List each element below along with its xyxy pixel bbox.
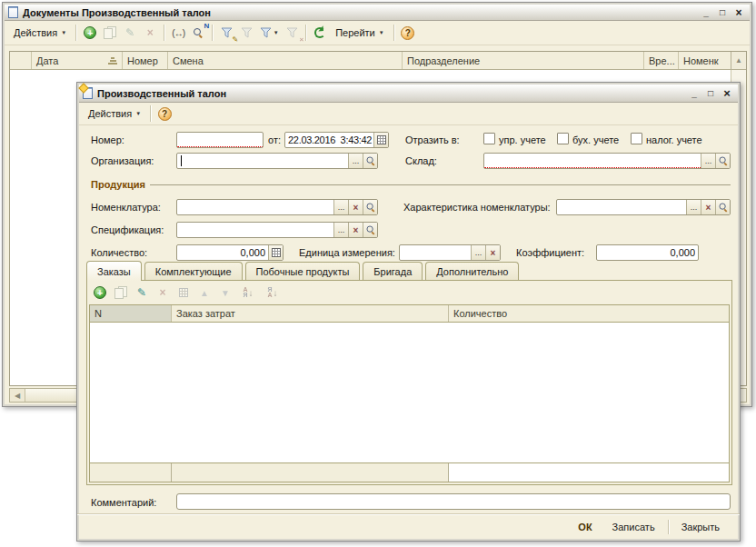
grid-column-cost-order[interactable]: Заказ затрат	[172, 305, 449, 322]
scrollbar-left-button[interactable]: ◀	[10, 389, 25, 402]
specification-select-button[interactable]: ...	[333, 223, 348, 237]
characteristic-select-button[interactable]: ...	[686, 200, 701, 214]
specification-open-button[interactable]	[363, 223, 377, 237]
dialog-actions-menu-button[interactable]: Действия ▼	[84, 106, 145, 121]
calendar-button[interactable]	[373, 133, 388, 147]
characteristic-input[interactable]	[557, 200, 686, 214]
number-field[interactable]	[176, 132, 264, 148]
clear-filter-button[interactable]: ×	[283, 24, 301, 42]
unit-input[interactable]	[400, 245, 471, 260]
calculator-button[interactable]	[268, 245, 283, 260]
grid-sort-descending-button[interactable]: ЯА ↓	[262, 283, 284, 302]
actions-menu-button[interactable]: Действия ▼	[9, 25, 71, 40]
organization-input[interactable]	[177, 154, 348, 168]
characteristic-open-button[interactable]	[715, 200, 730, 214]
unit-select-button[interactable]: ...	[471, 245, 485, 260]
filter-settings-button[interactable]: ✎	[217, 24, 235, 42]
column-header-nomenclature[interactable]: Номенк	[679, 52, 731, 69]
warehouse-input[interactable]	[484, 154, 701, 168]
nomenclature-select-button[interactable]: ...	[333, 200, 348, 214]
column-header-shift[interactable]: Смена	[168, 52, 403, 69]
goto-menu-button[interactable]: Перейти ▼	[331, 25, 389, 40]
checkbox-tax-accounting[interactable]	[631, 133, 642, 144]
nomenclature-input[interactable]	[177, 200, 333, 214]
grid-column-n[interactable]: N	[90, 305, 172, 322]
dialog-help-button[interactable]: ?	[155, 104, 174, 123]
date-field[interactable]	[284, 132, 389, 148]
column-header-number[interactable]: Номер	[123, 52, 168, 69]
number-input[interactable]	[177, 133, 263, 147]
minimize-button[interactable]: _	[699, 6, 713, 19]
date-input[interactable]	[285, 133, 373, 147]
tab-brigade[interactable]: Бригада	[363, 262, 423, 280]
nomenclature-open-button[interactable]	[363, 200, 377, 214]
specification-field[interactable]: ... ×	[176, 222, 378, 238]
grid-delete-button[interactable]: ×	[154, 283, 172, 302]
quantity-input[interactable]	[177, 245, 268, 260]
set-date-interval-button[interactable]: (↔)	[169, 24, 187, 42]
tab-byproducts[interactable]: Побочные продукты	[245, 262, 361, 280]
specification-clear-button[interactable]: ×	[348, 223, 363, 237]
column-header-date[interactable]: Дата	[32, 52, 123, 69]
find-by-number-button[interactable]: N	[189, 24, 207, 42]
grid-column-quantity[interactable]: Количество	[449, 305, 729, 322]
comment-input[interactable]	[177, 494, 730, 509]
comment-field[interactable]	[176, 493, 731, 510]
characteristic-clear-button[interactable]: ×	[701, 200, 715, 214]
dropdown-icon: ▼	[274, 30, 279, 35]
checkbox-management-accounting[interactable]	[483, 133, 495, 144]
column-header-time[interactable]: Вре...	[644, 52, 679, 69]
dialog-titlebar[interactable]: Производственный талон _ □ ×	[79, 85, 738, 103]
close-button[interactable]: ×	[731, 6, 746, 19]
coefficient-input[interactable]	[597, 245, 698, 260]
organization-open-button[interactable]	[363, 154, 377, 168]
nomenclature-label: Номенклатура:	[91, 202, 161, 213]
grid-body[interactable]	[90, 323, 729, 462]
nomenclature-clear-button[interactable]: ×	[348, 200, 363, 214]
organization-select-button[interactable]: ...	[348, 154, 363, 168]
tab-additional[interactable]: Дополнительно	[425, 262, 519, 280]
journal-titlebar[interactable]: Документы Производственный талон _ □ ×	[5, 5, 750, 21]
unit-clear-button[interactable]: ×	[485, 245, 500, 260]
edit-button[interactable]: ✎	[121, 24, 139, 42]
copy-button[interactable]	[101, 24, 119, 42]
grid-add-button[interactable]: +	[91, 283, 109, 302]
grid-move-up-button[interactable]: ▲	[195, 283, 214, 302]
coefficient-field[interactable]	[596, 244, 699, 261]
ok-button[interactable]: ОК	[571, 519, 599, 535]
tab-components[interactable]: Комплектующие	[144, 262, 243, 280]
characteristic-field[interactable]: ... ×	[556, 199, 731, 215]
column-header-icon[interactable]	[10, 52, 32, 69]
warehouse-field[interactable]: ...	[483, 153, 731, 169]
close-dialog-button[interactable]: Закрыть	[674, 519, 727, 535]
write-button[interactable]: Записать	[605, 519, 662, 535]
pencil-icon: ✎	[125, 27, 134, 38]
filter-by-value-button[interactable]	[237, 24, 255, 42]
filter-history-button[interactable]: ▼	[257, 24, 281, 42]
grid-move-down-button[interactable]: ▼	[216, 283, 234, 302]
grid-edit-button[interactable]: ✎	[133, 283, 151, 302]
add-button[interactable]: +	[81, 24, 99, 42]
grid-sort-ascending-button[interactable]: АЯ ↓	[237, 283, 259, 302]
dialog-close-button[interactable]: ×	[720, 87, 734, 100]
scrollbar-up-button[interactable]: ▲	[731, 52, 746, 69]
unit-field[interactable]: ... ×	[399, 244, 501, 261]
checkbox-management-label: упр. учете	[499, 134, 546, 145]
refresh-button[interactable]	[311, 24, 329, 42]
quantity-field[interactable]	[176, 244, 284, 261]
nomenclature-field[interactable]: ... ×	[176, 199, 378, 215]
tab-orders[interactable]: Заказы	[86, 261, 142, 281]
grid-copy-button[interactable]	[112, 283, 130, 302]
grid-end-edit-button[interactable]	[174, 283, 193, 302]
delete-button[interactable]: ×	[141, 24, 159, 42]
warehouse-open-button[interactable]	[715, 154, 730, 168]
dialog-maximize-button[interactable]: □	[703, 87, 718, 100]
maximize-button[interactable]: □	[715, 6, 730, 19]
column-header-department[interactable]: Подразделение	[403, 52, 644, 69]
specification-input[interactable]	[177, 223, 333, 237]
checkbox-bookkeeping-accounting[interactable]	[557, 133, 569, 144]
dialog-minimize-button[interactable]: _	[687, 87, 701, 100]
warehouse-select-button[interactable]: ...	[701, 154, 715, 168]
help-button[interactable]: ?	[399, 24, 417, 42]
organization-field[interactable]: ...	[176, 153, 378, 169]
